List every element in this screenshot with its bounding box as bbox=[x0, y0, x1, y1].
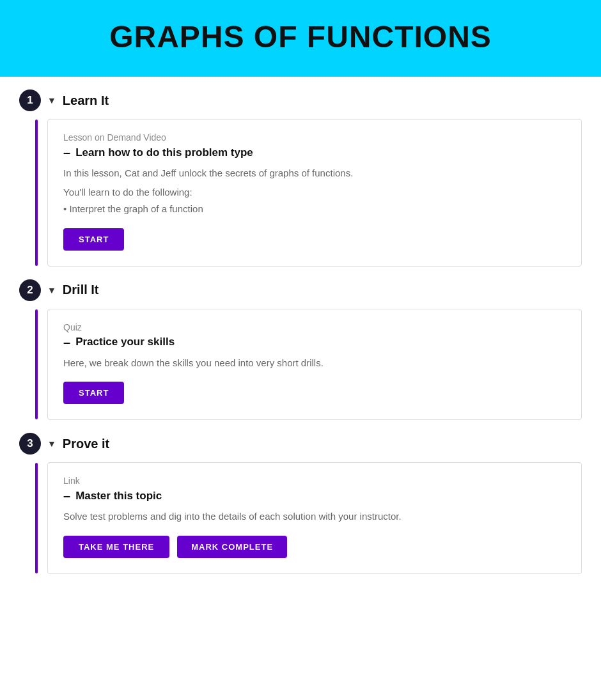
section-3-mark-complete-button[interactable]: MARK COMPLETE bbox=[177, 536, 287, 558]
section-1-chevron-icon: ▼ bbox=[47, 95, 56, 105]
section-1: 1 ▼ Learn It Lesson on Demand Video – Le… bbox=[19, 89, 582, 267]
section-3-dash: – bbox=[63, 488, 70, 503]
page-header: GRAPHS OF FUNCTIONS bbox=[0, 0, 601, 77]
section-3-description: Solve test problems and dig into the det… bbox=[63, 509, 566, 524]
section-2-dash: – bbox=[63, 335, 70, 350]
section-2: 2 ▼ Drill It Quiz – Practice your skills… bbox=[19, 279, 582, 421]
section-1-start-button[interactable]: START bbox=[63, 228, 124, 251]
section-1-subtitle-text: Learn how to do this problem type bbox=[75, 146, 253, 159]
section-3-header[interactable]: 3 ▼ Prove it bbox=[19, 433, 582, 455]
section-3-card: Link – Master this topic Solve test prob… bbox=[47, 462, 582, 574]
section-3-card-type: Link bbox=[63, 476, 566, 486]
section-3-title: Prove it bbox=[63, 437, 109, 451]
section-3: 3 ▼ Prove it Link – Master this topic So… bbox=[19, 433, 582, 574]
section-2-card-subtitle: – Practice your skills bbox=[63, 335, 566, 350]
section-3-actions: TAKE ME THERE MARK COMPLETE bbox=[63, 536, 566, 558]
section-2-subtitle-text: Practice your skills bbox=[75, 336, 175, 348]
section-2-description: Here, we break down the skills you need … bbox=[63, 356, 566, 371]
section-2-title: Drill It bbox=[63, 283, 99, 297]
section-2-card: Quiz – Practice your skills Here, we bre… bbox=[47, 309, 582, 421]
section-2-actions: START bbox=[63, 382, 566, 404]
section-2-card-type: Quiz bbox=[63, 322, 566, 332]
section-1-card-subtitle: – Learn how to do this problem type bbox=[63, 145, 566, 160]
section-3-chevron-icon: ▼ bbox=[47, 439, 56, 449]
page-title: GRAPHS OF FUNCTIONS bbox=[13, 19, 588, 54]
section-2-number: 2 bbox=[19, 279, 41, 301]
section-1-learn-label: You'll learn to do the following: bbox=[63, 185, 566, 200]
section-1-card: Lesson on Demand Video – Learn how to do… bbox=[47, 119, 582, 267]
section-2-start-button[interactable]: START bbox=[63, 382, 124, 404]
section-1-description: In this lesson, Cat and Jeff unlock the … bbox=[63, 166, 566, 181]
section-3-subtitle-text: Master this topic bbox=[75, 490, 162, 502]
section-1-header[interactable]: 1 ▼ Learn It bbox=[19, 89, 582, 111]
section-3-card-subtitle: – Master this topic bbox=[63, 488, 566, 503]
section-1-dash: – bbox=[63, 145, 70, 160]
section-1-card-type: Lesson on Demand Video bbox=[63, 132, 566, 143]
main-content: 1 ▼ Learn It Lesson on Demand Video – Le… bbox=[0, 77, 601, 600]
section-1-number: 1 bbox=[19, 89, 41, 111]
section-1-title: Learn It bbox=[63, 93, 109, 108]
section-1-actions: START bbox=[63, 228, 566, 251]
section-1-learn-list: You'll learn to do the following: • Inte… bbox=[63, 185, 566, 217]
section-2-chevron-icon: ▼ bbox=[47, 285, 56, 295]
section-1-learn-item-1: • Interpret the graph of a function bbox=[63, 201, 566, 217]
section-2-header[interactable]: 2 ▼ Drill It bbox=[19, 279, 582, 301]
section-3-number: 3 bbox=[19, 433, 41, 455]
section-3-take-me-there-button[interactable]: TAKE ME THERE bbox=[63, 536, 169, 558]
